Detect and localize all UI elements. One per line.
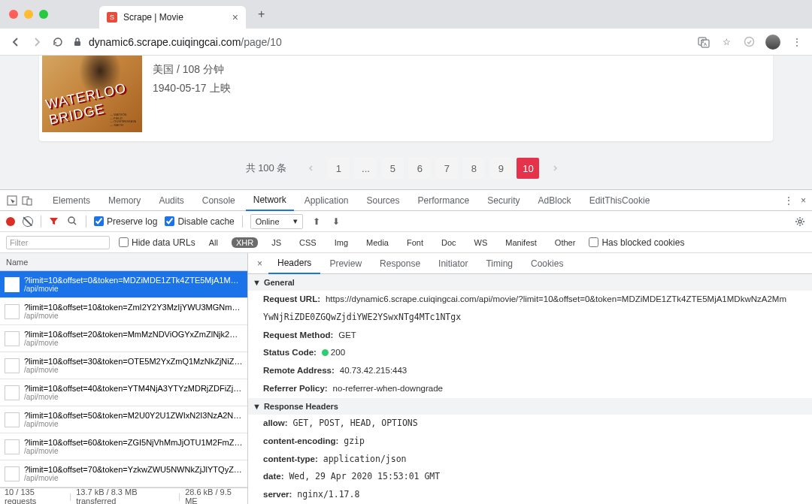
file-icon	[5, 412, 20, 427]
pagination-next[interactable]	[544, 158, 566, 179]
request-rows[interactable]: ?limit=10&offset=0&token=MDZiMDE1ZTk4ZTE…	[0, 271, 247, 487]
close-tab-icon[interactable]: ×	[232, 11, 238, 23]
filter-input[interactable]: Filter	[6, 236, 110, 249]
settings-icon[interactable]	[794, 216, 806, 228]
filter-xhr[interactable]: XHR	[232, 237, 258, 248]
tab-editthiscookie[interactable]: EditThisCookie	[582, 190, 658, 211]
clear-button[interactable]	[23, 216, 33, 227]
menu-icon[interactable]: ⋮	[791, 36, 803, 48]
tab-memory[interactable]: Memory	[101, 190, 148, 211]
detail-tab-preview[interactable]: Preview	[320, 253, 371, 274]
filter-doc[interactable]: Doc	[437, 237, 461, 248]
tab-favicon-icon: S	[107, 12, 117, 23]
detail-tab-cookies[interactable]: Cookies	[522, 253, 572, 274]
translate-icon[interactable]: 文A	[698, 36, 710, 48]
pagination-page-8[interactable]: 8	[462, 158, 485, 179]
back-button[interactable]	[9, 36, 23, 48]
filter-font[interactable]: Font	[402, 237, 428, 248]
hide-data-urls-checkbox[interactable]: Hide data URLs	[119, 237, 195, 248]
pagination-prev[interactable]	[300, 158, 323, 179]
network-filter-bar: Filter Hide data URLs All XHR JS CSS Img…	[0, 232, 812, 253]
filter-img[interactable]: Img	[330, 237, 353, 248]
detail-tab-timing[interactable]: Timing	[477, 253, 522, 274]
general-url: Request URL: https://dynamic6.scrape.cui…	[248, 291, 812, 309]
detail-tab-headers[interactable]: Headers	[268, 253, 320, 274]
browser-tab[interactable]: S Scrape | Movie ×	[99, 6, 246, 29]
download-icon[interactable]: ⬇	[330, 216, 342, 228]
search-icon[interactable]	[66, 216, 78, 228]
tab-elements[interactable]: Elements	[45, 190, 98, 211]
tab-adblock[interactable]: AdBlock	[531, 190, 579, 211]
reload-button[interactable]	[51, 36, 65, 48]
svg-point-10	[798, 220, 801, 223]
tab-security[interactable]: Security	[480, 190, 527, 211]
tab-performance[interactable]: Performance	[411, 190, 477, 211]
upload-icon[interactable]: ⬆	[311, 216, 323, 228]
preserve-log-checkbox[interactable]: Preserve log	[94, 216, 157, 227]
record-button[interactable]	[6, 217, 15, 226]
detail-tab-initiator[interactable]: Initiator	[429, 253, 477, 274]
filter-ws[interactable]: WS	[470, 237, 492, 248]
address-bar[interactable]: dynamic6.scrape.cuiqingcai.com/page/10	[72, 36, 690, 48]
request-row[interactable]: ?limit=10&offset=40&token=YTM4NjA3YTYzMD…	[0, 379, 247, 406]
traffic-lights	[9, 10, 48, 19]
tab-sources[interactable]: Sources	[359, 190, 408, 211]
network-toolbar: Preserve log Disable cache Online▾ ⬆ ⬇	[0, 211, 812, 232]
file-icon	[5, 304, 20, 319]
pagination-ellipsis[interactable]: ...	[354, 158, 377, 179]
tab-audits[interactable]: Audits	[151, 190, 191, 211]
disable-cache-checkbox[interactable]: Disable cache	[165, 216, 234, 227]
tab-console[interactable]: Console	[195, 190, 243, 211]
section-response-headers[interactable]: ▼Response Headers	[248, 398, 812, 415]
tab-network[interactable]: Network	[246, 190, 294, 211]
forward-button[interactable]	[30, 36, 44, 48]
profile-avatar[interactable]	[765, 35, 780, 50]
request-row[interactable]: ?limit=10&offset=0&token=MDZiMDE1ZTk4ZTE…	[0, 271, 247, 298]
request-row[interactable]: ?limit=10&offset=70&token=YzkwZWU5NWNkZj…	[0, 460, 247, 487]
devtools-more-icon[interactable]: ⋮	[784, 195, 793, 206]
movie-poster[interactable]: WATERLOO BRIDGE — WATSON— FIELD— OUSPENS…	[42, 56, 142, 132]
inspect-icon[interactable]	[6, 195, 18, 207]
maximize-window-button[interactable]	[39, 10, 48, 19]
filter-manifest[interactable]: Manifest	[501, 237, 541, 248]
request-row[interactable]: ?limit=10&offset=30&token=OTE5M2YxZmQ1Mz…	[0, 352, 247, 379]
filter-all[interactable]: All	[205, 237, 223, 248]
response-header-row: content-type: application/json	[248, 451, 812, 469]
extension-icon[interactable]	[743, 36, 755, 48]
new-tab-button[interactable]: +	[258, 8, 265, 21]
devtools-close-icon[interactable]: ×	[801, 195, 806, 206]
movie-card: WATERLOO BRIDGE — WATSON— FIELD— OUSPENS…	[39, 56, 773, 141]
filter-other[interactable]: Other	[550, 237, 580, 248]
toolbar-right: 文A ☆ ⋮	[698, 35, 803, 50]
pagination-page-6[interactable]: 6	[408, 158, 431, 179]
pagination-page-9[interactable]: 9	[489, 158, 512, 179]
request-row[interactable]: ?limit=10&offset=10&token=ZmI2Y2Y3MzIjYW…	[0, 298, 247, 325]
movie-meta-line2: 1940-05-17 上映	[153, 79, 231, 98]
pagination-page-5[interactable]: 5	[381, 158, 404, 179]
svg-point-5	[744, 38, 753, 47]
filter-media[interactable]: Media	[362, 237, 393, 248]
filter-js[interactable]: JS	[267, 237, 286, 248]
filter-css[interactable]: CSS	[295, 237, 321, 248]
throttle-select[interactable]: Online▾	[250, 214, 303, 229]
devtools: Elements Memory Audits Console Network A…	[0, 189, 812, 504]
device-icon[interactable]	[21, 195, 33, 207]
close-details-icon[interactable]: ×	[251, 258, 268, 269]
status-transfer: 13.7 kB / 8.3 MB transferred	[76, 487, 174, 505]
request-list-header[interactable]: Name	[0, 253, 247, 271]
pagination-page-7[interactable]: 7	[435, 158, 458, 179]
detail-tab-response[interactable]: Response	[371, 253, 429, 274]
pagination-page-10[interactable]: 10	[517, 158, 539, 179]
minimize-window-button[interactable]	[24, 10, 33, 19]
status-resources: 28.6 kB / 9.5 ME	[185, 487, 243, 505]
filter-icon[interactable]	[49, 216, 59, 226]
request-row[interactable]: ?limit=10&offset=60&token=ZGI5NjVhMmJjOT…	[0, 433, 247, 460]
request-row[interactable]: ?limit=10&offset=50&token=M2U0Y2U1ZWIxN2…	[0, 406, 247, 433]
request-row[interactable]: ?limit=10&offset=20&token=MmMzNDViOGYxZm…	[0, 325, 247, 352]
pagination-page-1[interactable]: 1	[327, 158, 350, 179]
section-general[interactable]: ▼General	[248, 274, 812, 291]
tab-application[interactable]: Application	[297, 190, 356, 211]
close-window-button[interactable]	[9, 10, 18, 19]
has-blocked-cookies-checkbox[interactable]: Has blocked cookies	[589, 237, 684, 248]
bookmark-icon[interactable]: ☆	[720, 36, 732, 48]
